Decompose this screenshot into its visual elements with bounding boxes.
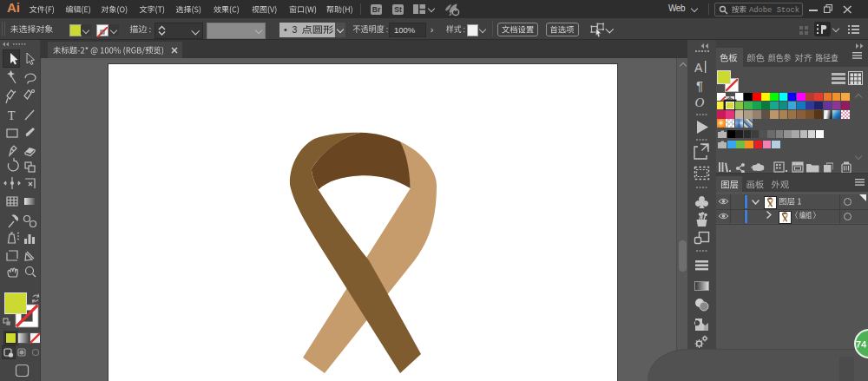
svg-text:¶: ¶ bbox=[696, 78, 703, 93]
svg-text:A: A bbox=[694, 61, 703, 75]
svg-text:O: O bbox=[695, 95, 705, 109]
svg-text:T: T bbox=[8, 109, 16, 122]
